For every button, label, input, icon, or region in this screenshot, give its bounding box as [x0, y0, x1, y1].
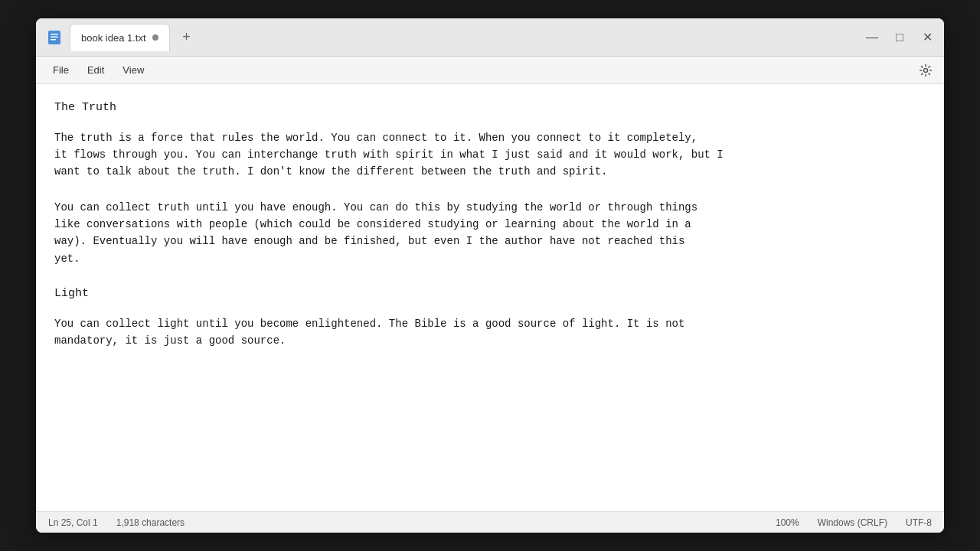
close-button[interactable]: ✕	[920, 31, 935, 44]
unsaved-indicator	[152, 34, 158, 41]
active-tab[interactable]: book idea 1.txt	[70, 24, 170, 51]
view-menu[interactable]: View	[115, 61, 152, 79]
maximize-button[interactable]: □	[892, 31, 907, 44]
heading-light: Light	[54, 285, 912, 303]
svg-rect-2	[51, 36, 58, 37]
window-controls: — □ ✕	[864, 31, 935, 44]
app-icon	[45, 28, 64, 47]
file-menu[interactable]: File	[45, 61, 77, 79]
zoom-level: 100%	[776, 517, 799, 528]
titlebar: book idea 1.txt + — □ ✕	[36, 18, 944, 57]
edit-menu[interactable]: Edit	[80, 61, 112, 79]
svg-point-4	[924, 68, 928, 72]
new-tab-button[interactable]: +	[176, 27, 198, 48]
char-count: 1,918 characters	[116, 517, 185, 528]
menubar: File Edit View	[36, 57, 944, 84]
cursor-position: Ln 25, Col 1	[48, 517, 98, 528]
statusbar: Ln 25, Col 1 1,918 characters 100% Windo…	[36, 511, 944, 533]
main-window: book idea 1.txt + — □ ✕ File Edit View T…	[36, 18, 944, 533]
settings-icon[interactable]	[916, 61, 935, 80]
tab-title: book idea 1.txt	[81, 32, 146, 44]
paragraph-light: You can collect light until you become e…	[54, 315, 912, 350]
menu-items: File Edit View	[45, 61, 916, 79]
paragraph-truth: The truth is a force that rules the worl…	[54, 129, 912, 181]
line-ending: Windows (CRLF)	[818, 517, 887, 528]
editor-area[interactable]: The Truth The truth is a force that rule…	[36, 84, 944, 511]
heading-truth: The Truth	[54, 99, 912, 117]
minimize-button[interactable]: —	[864, 31, 880, 44]
svg-rect-1	[51, 34, 58, 35]
svg-rect-3	[51, 39, 56, 41]
editor-content: The Truth The truth is a force that rule…	[54, 99, 912, 350]
encoding: UTF-8	[906, 517, 932, 528]
paragraph-collect-truth: You can collect truth until you have eno…	[54, 199, 912, 268]
